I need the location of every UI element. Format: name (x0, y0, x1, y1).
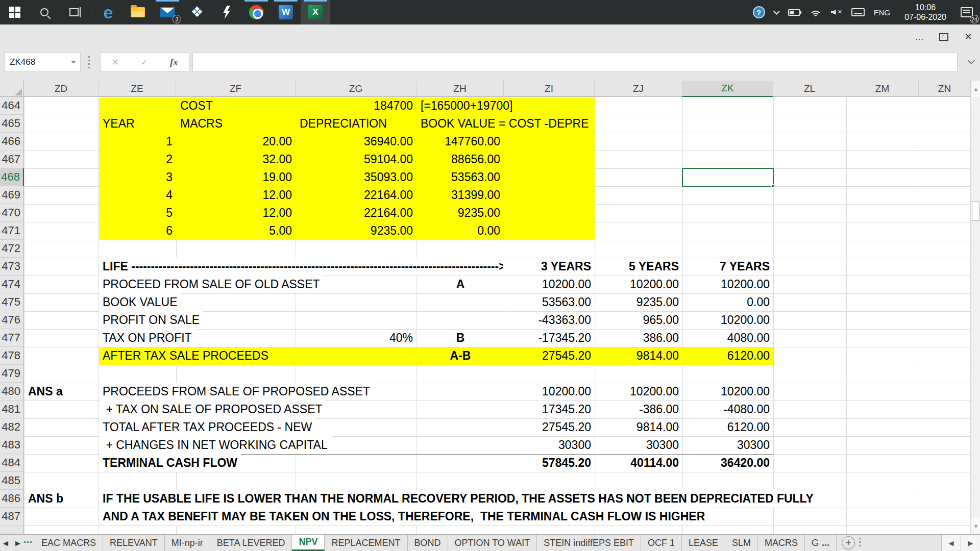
sheet-tab-bond[interactable]: BOND (408, 535, 448, 551)
sheet-tab-ocf-1[interactable]: OCF 1 (641, 535, 682, 551)
name-box[interactable]: ZK468 (4, 53, 81, 72)
excel-taskbar-button[interactable]: X (301, 0, 330, 24)
cell-ZE466[interactable]: 1 (99, 133, 176, 151)
row-header-464[interactable]: 464 (0, 97, 24, 115)
previous-sheet-icon[interactable]: ◀ (3, 539, 8, 547)
mail-taskbar-button[interactable]: 3 (153, 0, 182, 24)
row-header-486[interactable]: 486 (0, 490, 24, 508)
select-all-corner[interactable] (0, 81, 24, 97)
cell-ZF468[interactable]: 19.00 (177, 168, 296, 186)
sheet-tab-lease[interactable]: LEASE (682, 535, 725, 551)
cell-ZK477[interactable]: 4080.00 (683, 329, 773, 347)
cell-ZK481[interactable]: -4080.00 (683, 400, 773, 418)
cell-ZE478[interactable]: AFTER TAX SALE PROCEEDS (99, 347, 416, 365)
cell-ZJ480[interactable]: 10200.00 (595, 383, 682, 400)
cell-ZK476[interactable]: 10200.00 (683, 311, 773, 329)
cell-ZI483[interactable]: 30300 (504, 436, 595, 454)
ribbon-display-options-button[interactable] (935, 29, 952, 44)
column-header-ZK[interactable]: ZK (682, 81, 773, 97)
cell-ZE481[interactable]: + TAX ON SALE OF PROPOSED ASSET (99, 400, 326, 418)
row-header-485[interactable]: 485 (0, 472, 24, 490)
row-header-467[interactable]: 467 (0, 151, 24, 168)
cell-ZE477[interactable]: TAX ON PROFIT (99, 329, 195, 347)
cell-ZJ482[interactable]: 9814.00 (595, 418, 682, 436)
cell-ZI478[interactable]: 27545.20 (504, 347, 595, 365)
cell-ZF469[interactable]: 12.00 (177, 186, 296, 204)
cell-ZJ477[interactable]: 386.00 (595, 329, 682, 347)
cell-ZE475[interactable]: BOOK VALUE (99, 293, 181, 311)
cell-ZE467[interactable]: 2 (99, 151, 176, 168)
touch-keyboard-button[interactable] (847, 0, 869, 24)
row-header-484[interactable]: 484 (0, 454, 24, 472)
cell-ZH466[interactable]: 147760.00 (417, 133, 504, 151)
cell-ZK482[interactable]: 6120.00 (683, 418, 773, 436)
cell-ZI477[interactable]: -17345.20 (504, 329, 595, 347)
formula-input[interactable] (192, 53, 958, 72)
cell-ZJ475[interactable]: 9235.00 (595, 293, 682, 311)
cell-ZH469[interactable]: 31399.00 (417, 186, 504, 204)
cell-ZH465[interactable]: BOOK VALUE = COST -DEPRE (417, 115, 594, 133)
cell-ZJ474[interactable]: 10200.00 (595, 276, 682, 293)
cell-ZG471[interactable]: 9235.00 (296, 222, 416, 240)
column-header-ZN[interactable]: ZN (919, 81, 971, 97)
row-header-465[interactable]: 465 (0, 115, 24, 133)
row-header-481[interactable]: 481 (0, 400, 24, 418)
row-header-487[interactable]: 487 (0, 508, 24, 525)
cell-ZE480[interactable]: PROCEEDS FROM SALE OF PROPOSED ASSET (99, 383, 374, 400)
cell-ZK484[interactable]: 36420.00 (683, 454, 773, 472)
tab-scroll-right-button[interactable]: ▶ (961, 535, 980, 551)
cell-ZE484[interactable]: TERMINAL CASH FLOW (99, 454, 241, 472)
language-indicator[interactable]: ENG (869, 0, 895, 24)
cell-ZF466[interactable]: 20.00 (177, 133, 296, 151)
cell-ZH478[interactable]: A-B (417, 347, 504, 365)
cell-ZF465[interactable]: MACRS (177, 115, 296, 133)
row-header-468[interactable]: 468 (0, 168, 24, 186)
row-header-partial[interactable] (0, 525, 24, 534)
cell-ZF467[interactable]: 32.00 (177, 151, 296, 168)
row-header-474[interactable]: 474 (0, 276, 24, 293)
cell-ZJ481[interactable]: -386.00 (595, 400, 682, 418)
cell-ZH471[interactable]: 0.00 (417, 222, 504, 240)
help-tray-button[interactable]: ? (748, 0, 770, 24)
more-sheets-indicator[interactable]: ... (23, 535, 35, 551)
tab-scroll-left-button[interactable]: ◀ (941, 535, 961, 551)
ribbon-more-options-button[interactable]: … (911, 29, 928, 44)
start-button[interactable] (0, 0, 30, 24)
cell-ZE473[interactable]: LIFE -----------------------------------… (99, 258, 503, 276)
cell-ZG468[interactable]: 35093.00 (296, 168, 416, 186)
cell-ZE470[interactable]: 5 (99, 204, 176, 222)
tabbar-drag-handle[interactable] (859, 538, 861, 547)
volume-tray-button[interactable] (826, 0, 847, 24)
cell-ZH474[interactable]: A (417, 276, 504, 293)
cell-ZD486[interactable]: ANS b (24, 490, 99, 508)
cell-ZI484[interactable]: 57845.20 (504, 454, 595, 472)
cell-ZH477[interactable]: B (417, 329, 504, 347)
edge-taskbar-button[interactable]: e (93, 0, 123, 24)
sheet-tab-macrs[interactable]: MACRS (758, 535, 805, 551)
expand-formula-bar-icon[interactable] (968, 57, 975, 64)
row-header-476[interactable]: 476 (0, 311, 24, 329)
sheet-tab-beta-levered[interactable]: BETA LEVERED (210, 535, 292, 551)
cell-ZH467[interactable]: 88656.00 (417, 151, 504, 168)
cell-ZE465[interactable]: YEAR (99, 115, 176, 133)
cell-ZI481[interactable]: 17345.20 (504, 400, 595, 418)
vertical-scrollbar[interactable]: ▲ ▼ (971, 81, 980, 534)
sheet-tab-relevant[interactable]: RELEVANT (103, 535, 165, 551)
search-button[interactable] (30, 0, 59, 24)
cell-ZE487[interactable]: AND A TAX BENEFIT MAY BE TAKEN ON THE LO… (99, 508, 708, 525)
network-tray-button[interactable] (805, 0, 826, 24)
row-header-482[interactable]: 482 (0, 418, 24, 436)
enter-icon[interactable]: ✓ (141, 57, 149, 68)
cell-ZH464[interactable]: [=165000+19700] (417, 97, 594, 115)
cell-ZG466[interactable]: 36940.00 (296, 133, 416, 151)
dropbox-taskbar-button[interactable]: ❖ (182, 0, 212, 24)
column-header-ZD[interactable]: ZD (24, 81, 99, 97)
row-header-483[interactable]: 483 (0, 436, 24, 454)
chrome-taskbar-button[interactable] (241, 0, 271, 24)
cell-ZG465[interactable]: DEPRECIATION (296, 115, 416, 133)
cell-ZF464[interactable]: COST (177, 97, 296, 115)
cell-ZI474[interactable]: 10200.00 (504, 276, 595, 293)
cell-ZE471[interactable]: 6 (99, 222, 176, 240)
cell-ZH470[interactable]: 9235.00 (417, 204, 504, 222)
row-header-466[interactable]: 466 (0, 133, 24, 151)
